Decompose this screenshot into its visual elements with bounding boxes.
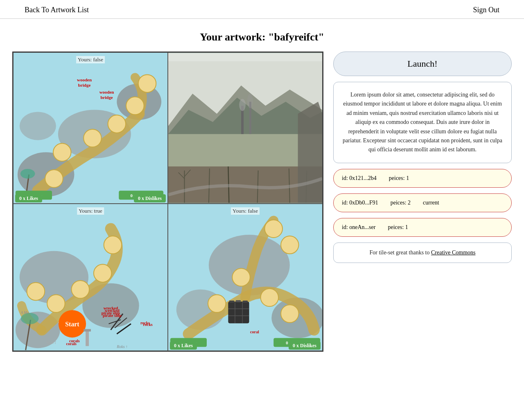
svg-point-74 [281,305,299,323]
dislikes-badge-br: 0 x Dislikes [289,341,321,349]
description-text: Lorem ipsum dolor sit amet, consectetur … [343,92,502,153]
label-corals-bl: corals [69,339,80,343]
label-coral-br: coral [250,330,259,334]
credits-text: For tile-set great thanks to [370,249,431,256]
version-card-0[interactable]: id: 0x121...2b4 peices: 1 [333,169,512,188]
version-pieces-1: peices: 2 [391,200,411,206]
sign-out-link[interactable]: Sign Out [473,6,499,14]
svg-point-46 [27,283,45,301]
version-pieces-0: peices: 1 [389,175,409,182]
version-id-2: id: oneAn...ser [342,224,375,231]
svg-point-71 [264,220,282,238]
likes-badge-tl: 0 x Likes [15,194,42,202]
svg-point-6 [84,129,102,147]
svg-point-45 [71,281,89,299]
page-title: Your artwork: "bafyreifct" [0,31,524,43]
main-content: Yours: false [0,52,524,352]
svg-point-47 [94,264,112,282]
svg-rect-82 [228,302,249,323]
svg-text:Start: Start [65,321,79,328]
crate-icon [228,300,250,326]
creative-commons-link[interactable]: Creative Commons [431,249,476,256]
back-to-artwork-link[interactable]: Back To Artwork List [25,6,89,14]
svg-text:Roks ↑: Roks ↑ [116,344,128,349]
label-wrecked-pirate: wreckedpirate ship [103,308,122,318]
cell-svg-bl: Start Start wrecked pirate ship rocks co… [14,204,167,350]
svg-text:bridge: bridge [100,95,113,100]
svg-point-5 [53,144,71,162]
svg-point-29 [239,99,246,111]
dislikes-badge-tl: 0 x Dislikes [134,194,166,202]
svg-rect-60 [86,330,89,346]
svg-point-75 [208,295,226,313]
cell-label-bottom-left: Yours: true [77,207,104,215]
cell-label-bottom-right: Yours: false [231,207,260,215]
svg-point-9 [126,97,144,115]
svg-rect-89 [243,301,248,303]
launch-button[interactable]: Launch! [333,52,512,76]
svg-rect-88 [236,300,241,302]
svg-rect-61 [84,329,91,332]
label-wooden-bridge: woodenbridge [77,77,92,88]
game-cell-bottom-right: Yours: false coral [168,204,323,351]
svg-text:Start: Start [46,339,56,345]
svg-point-64 [21,313,39,324]
likes-badge-br: 0 x Likes [170,341,197,349]
svg-point-44 [47,295,65,313]
version-pieces-2: peices: 1 [388,224,408,231]
game-cell-bottom-left: Yours: true Start Start [13,204,168,351]
version-id-0: id: 0x121...2b4 [342,175,377,182]
cell-label-top-left: Yours: false [76,56,105,63]
game-cell-top-left: Yours: false [13,52,168,204]
svg-point-30 [247,94,253,108]
svg-point-48 [104,236,122,254]
game-cell-top-right [168,52,323,204]
svg-text:wooden: wooden [99,90,114,94]
svg-point-7 [108,115,126,133]
svg-point-73 [261,289,279,307]
header: Back To Artwork List Sign Out [0,0,524,19]
svg-point-4 [20,112,56,140]
svg-point-12 [20,169,35,179]
version-id-1: id: 0xDb0...F91 [342,200,378,206]
version-card-2[interactable]: id: oneAn...ser peices: 1 [333,218,512,237]
description-box: Lorem ipsum dolor sit amet, consectetur … [333,82,512,163]
credits-box: For tile-set great thanks to Creative Co… [333,243,512,263]
cell-svg-photo [168,53,322,203]
label-rocks-bl: rocks [140,321,150,325]
svg-rect-23 [168,53,322,61]
svg-point-10 [138,74,156,92]
right-panel: Launch! Lorem ipsum dolor sit amet, cons… [333,52,512,263]
svg-text:A Ma: A Ma [20,310,29,314]
svg-point-70 [281,236,299,254]
cell-svg-top-left: wooden bridge corals 0 x Likes 0 x Disli… [14,53,167,203]
svg-point-72 [232,268,250,286]
version-current-label: current [423,200,439,206]
version-card-1[interactable]: id: 0xDb0...F91 peices: 2 current [333,193,512,212]
svg-rect-87 [229,301,234,303]
game-grid: Yours: false [12,52,323,352]
cell-svg-br: coral 0 x Likes 0 x Dislikes [168,204,322,350]
svg-point-8 [45,170,63,188]
